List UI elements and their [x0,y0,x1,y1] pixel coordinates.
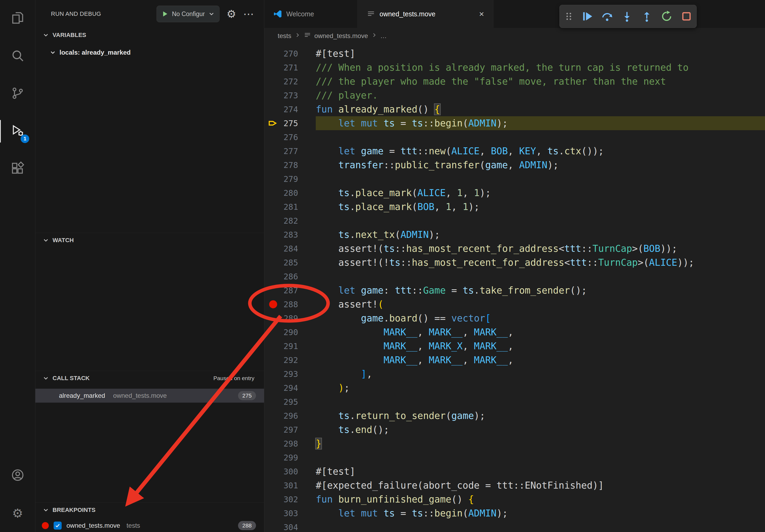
tab-label: Welcome [286,10,314,18]
gutter-breakpoint-area[interactable] [267,186,279,200]
code-line-text: ts.place_mark(ALICE, 1, 1); [316,186,765,200]
line-number: 279 [279,174,298,184]
code-line: 290 MARK__, MARK__, MARK__, [264,325,765,339]
paused-status: Paused on entry [213,375,254,382]
debug-settings-gear-icon[interactable]: ⚙ [227,9,236,19]
code-line-text: ); [316,381,765,395]
gutter-breakpoint-area[interactable] [267,283,279,297]
activity-explorer[interactable] [0,0,35,38]
gutter-breakpoint-area[interactable] [267,409,279,423]
gutter-breakpoint-area[interactable] [267,353,279,367]
watch-header[interactable]: WATCH [35,233,264,247]
gutter-breakpoint-area[interactable] [267,311,279,325]
step-into-button[interactable] [621,10,633,23]
continue-button[interactable] [581,10,593,23]
line-number: 284 [279,244,298,253]
tab-welcome[interactable]: Welcome [264,0,358,28]
gutter-breakpoint-area[interactable] [267,116,279,130]
gutter-breakpoint-area[interactable] [267,423,279,437]
sidebar-toolbar: RUN AND DEBUG No Configur ⚙ ⋯ [35,0,264,28]
gutter-breakpoint-area[interactable] [267,269,279,283]
close-icon[interactable]: × [479,10,484,18]
start-debug-icon[interactable] [161,10,169,18]
gutter-breakpoint-area[interactable] [267,75,279,89]
gutter-breakpoint-area[interactable] [267,367,279,381]
watch-section: WATCH [35,233,264,371]
variables-scope-locals[interactable]: locals: already_marked [35,46,264,59]
gutter-breakpoint-area[interactable] [267,144,279,158]
gutter-breakpoint-area[interactable] [267,325,279,339]
gutter-breakpoint-area[interactable] [267,214,279,228]
restart-button[interactable] [660,10,673,23]
activity-run-and-debug[interactable]: 1 [0,113,35,150]
more-actions-icon[interactable]: ⋯ [243,9,254,19]
breadcrumb-more[interactable]: … [381,32,387,40]
line-number: 275 [279,119,298,128]
breadcrumb-file[interactable]: owned_tests.move [315,32,368,40]
line-number: 274 [279,105,298,114]
breakpoint-dot[interactable] [269,300,277,308]
code-line: 297 ts.end(); [264,423,765,437]
breakpoint-list-item[interactable]: owned_tests.move tests 288 [35,519,264,532]
breakpoints-header[interactable]: BREAKPOINTS [35,502,264,517]
code-line: 283 ts.next_tx(ADMIN); [264,228,765,242]
call-stack-header[interactable]: CALL STACK Paused on entry [35,371,264,386]
gutter-breakpoint-area[interactable] [267,478,279,492]
gutter-breakpoint-area[interactable] [267,506,279,520]
code-line: 295 [264,395,765,409]
gutter-breakpoint-area[interactable] [267,228,279,242]
stack-frame-row[interactable]: already_marked owned_tests.move 275 [35,389,264,402]
gutter-breakpoint-area[interactable] [267,256,279,269]
gutter-breakpoint-area[interactable] [267,200,279,214]
step-over-button[interactable] [601,10,613,23]
line-number: 271 [279,63,298,72]
code-line: 275 let mut ts = ts::begin(ADMIN); [264,116,765,130]
code-line: 301#[expected_failure(abort_code = ttt::… [264,478,765,492]
gutter-breakpoint-area[interactable] [267,61,279,75]
gutter-breakpoint-area[interactable] [267,89,279,102]
watch-label: WATCH [53,237,74,244]
step-out-button[interactable] [641,10,653,23]
gutter-breakpoint-area[interactable] [267,172,279,186]
debug-config-dropdown[interactable]: No Configur [157,6,220,22]
line-number: 300 [279,467,298,476]
code-line: 281 ts.place_mark(BOB, 1, 1); [264,200,765,214]
drag-handle-icon[interactable] [564,12,574,21]
frame-function: already_marked [59,392,105,399]
gutter-breakpoint-area[interactable] [267,130,279,144]
gutter-breakpoint-area[interactable] [267,381,279,395]
stop-button[interactable] [680,10,693,23]
gutter-breakpoint-area[interactable] [267,395,279,409]
activity-extensions[interactable] [0,150,35,187]
breadcrumb-folder[interactable]: tests [278,32,291,40]
activity-search[interactable] [0,38,35,75]
code-line: 276 [264,130,765,144]
activity-accounts[interactable] [0,457,35,494]
gutter-breakpoint-area[interactable] [267,339,279,353]
gutter-breakpoint-area[interactable] [267,464,279,478]
code-line-text: MARK__, MARK_X, MARK__, [316,339,765,353]
code-line-text [316,395,765,409]
variables-header[interactable]: VARIABLES [35,28,264,42]
breakpoint-checkbox[interactable] [54,522,62,530]
call-stack-label: CALL STACK [53,375,90,382]
gutter-breakpoint-area[interactable] [267,520,279,532]
gutter-breakpoint-area[interactable] [267,102,279,116]
gutter-breakpoint-area[interactable] [267,437,279,450]
gutter-breakpoint-area[interactable] [267,158,279,172]
line-number: 298 [279,439,298,448]
gutter-breakpoint-area[interactable] [267,297,279,311]
files-icon [11,11,25,26]
code-line: 285 assert!(!ts::has_most_recent_for_add… [264,256,765,269]
code-line: 292 MARK__, MARK__, MARK__, [264,353,765,367]
activity-source-control[interactable] [0,75,35,113]
activity-settings[interactable]: ⚙ [0,494,35,532]
tab-owned-tests-move[interactable]: owned_tests.move × [358,0,493,28]
gutter-breakpoint-area[interactable] [267,450,279,464]
gutter-breakpoint-area[interactable] [267,242,279,256]
chevron-right-icon [371,32,377,40]
gutter-breakpoint-area[interactable] [267,492,279,506]
activity-bar-top: 1 [0,0,35,187]
gutter-breakpoint-area[interactable] [267,47,279,61]
gear-icon: ⚙ [12,507,23,519]
